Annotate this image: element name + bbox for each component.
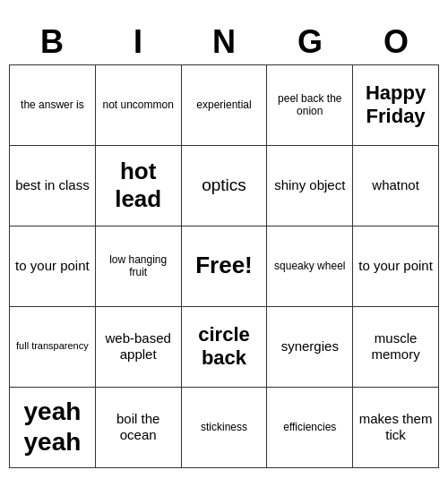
cell-2-3: squeaky wheel bbox=[267, 226, 353, 307]
cell-4-2: stickiness bbox=[182, 388, 268, 468]
cell-3-1: web-based applet bbox=[96, 307, 182, 388]
cell-2-0: to your point bbox=[10, 226, 96, 307]
cell-2-4: to your point bbox=[353, 226, 439, 307]
cell-2-1: low hanging fruit bbox=[96, 226, 182, 307]
cell-0-0: the answer is bbox=[10, 65, 96, 146]
cell-3-3: synergies bbox=[267, 307, 353, 388]
cell-0-1: not uncommon bbox=[96, 65, 182, 146]
bingo-grid: the answer is not uncommon experiential … bbox=[9, 64, 439, 468]
cell-3-0: full transparency bbox=[10, 307, 96, 388]
cell-1-0: best in class bbox=[10, 146, 96, 226]
cell-4-1: boil the ocean bbox=[96, 388, 182, 468]
cell-0-4: Happy Friday bbox=[353, 65, 439, 146]
cell-3-2: circle back bbox=[182, 307, 268, 388]
cell-4-3: efficiencies bbox=[267, 388, 353, 468]
cell-2-2: Free! bbox=[182, 226, 268, 307]
cell-4-0: yeah yeah bbox=[10, 388, 96, 468]
header-g: G bbox=[267, 20, 353, 64]
bingo-header: B I N G O bbox=[9, 20, 439, 64]
cell-3-4: muscle memory bbox=[353, 307, 439, 388]
cell-1-2: optics bbox=[182, 146, 268, 226]
cell-0-2: experiential bbox=[182, 65, 268, 146]
bingo-card: B I N G O the answer is not uncommon exp… bbox=[9, 20, 439, 468]
cell-1-3: shiny object bbox=[267, 146, 353, 226]
header-b: B bbox=[9, 20, 95, 64]
header-n: N bbox=[181, 20, 267, 64]
cell-1-1: hot lead bbox=[96, 146, 182, 226]
header-o: O bbox=[353, 20, 439, 64]
header-i: I bbox=[95, 20, 181, 64]
cell-1-4: whatnot bbox=[353, 146, 439, 226]
cell-4-4: makes them tick bbox=[353, 388, 439, 468]
cell-0-3: peel back the onion bbox=[267, 65, 353, 146]
